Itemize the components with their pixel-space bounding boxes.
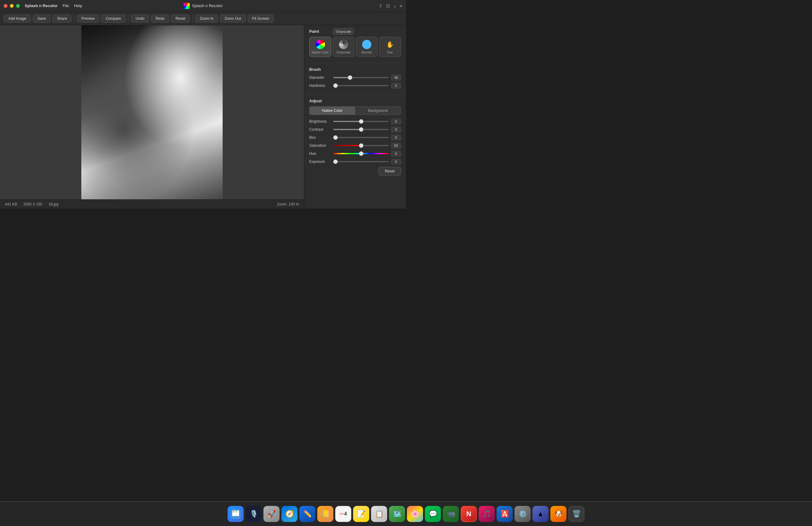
- contrast-thumb[interactable]: [359, 127, 363, 132]
- fit-screen-button[interactable]: Fit Screen: [248, 15, 274, 22]
- zoom-in-button[interactable]: Zoom In: [195, 15, 218, 22]
- zoom-level: Zoom: 100 %: [277, 202, 299, 207]
- background-tab[interactable]: Background: [355, 107, 401, 115]
- blur-slider[interactable]: [333, 137, 389, 138]
- diameter-thumb[interactable]: [348, 75, 352, 80]
- toolbar-separator-2: [128, 15, 128, 22]
- adjust-title: Adjust: [309, 99, 401, 103]
- contrast-slider[interactable]: [333, 129, 389, 130]
- grayscale-label: Grayscale: [336, 51, 350, 54]
- share-button[interactable]: Share: [52, 15, 71, 22]
- diameter-fill: [333, 77, 350, 78]
- grayscale-tooltip: Grayscale: [333, 28, 354, 35]
- brightness-value: 0: [391, 119, 401, 124]
- grayscale-tool[interactable]: Grayscale Grayscale: [332, 37, 354, 57]
- native-color-icon: [315, 40, 325, 49]
- native-color-tool[interactable]: Native Color: [309, 37, 331, 57]
- saturation-slider[interactable]: [333, 145, 389, 146]
- native-color-tab[interactable]: Native Color: [309, 107, 355, 115]
- blur-row: Blur 0: [309, 135, 401, 140]
- window-title-area: Splash n Recolor: [183, 3, 223, 9]
- contrast-fill: [333, 129, 361, 130]
- saturation-fill: [333, 145, 361, 146]
- save-button[interactable]: Save: [33, 15, 50, 22]
- app-menu: Splash n Recolor File Help: [25, 3, 82, 8]
- canvas-image: [81, 25, 223, 199]
- brightness-row: Brightness 0: [309, 119, 401, 124]
- blur-label: Blur: [309, 135, 331, 140]
- hardness-slider[interactable]: [333, 85, 389, 86]
- window-title: Splash n Recolor: [192, 3, 223, 8]
- exposure-row: Exposure 0: [309, 159, 401, 164]
- search-icon[interactable]: ⌕: [394, 3, 396, 8]
- reset-adjust-button[interactable]: Reset: [378, 167, 401, 176]
- filename: 18.jpg: [48, 202, 59, 207]
- contrast-label: Contrast: [309, 127, 331, 132]
- exposure-value: 0: [391, 159, 401, 164]
- hue-thumb[interactable]: [359, 151, 363, 156]
- brightness-slider[interactable]: [333, 121, 389, 122]
- file-size: 441 KB: [5, 202, 17, 207]
- toolbar: Add Image Save Share Preview Compare Und…: [0, 12, 406, 25]
- menu-file[interactable]: File: [62, 3, 69, 8]
- share-icon[interactable]: ⇧: [379, 3, 382, 8]
- diameter-slider[interactable]: [333, 77, 389, 78]
- hardness-label: Hardness: [309, 84, 331, 88]
- redo-button[interactable]: Redo: [151, 15, 169, 22]
- toolbar-separator-1: [74, 15, 74, 22]
- reset-toolbar-button[interactable]: Reset: [171, 15, 190, 22]
- add-image-button[interactable]: Add Image: [4, 15, 31, 22]
- recolor-tool[interactable]: Recolor: [356, 37, 378, 57]
- grayscale-icon: [338, 40, 348, 49]
- blur-value: 0: [391, 135, 401, 140]
- hue-value: 0: [391, 151, 401, 156]
- hardness-row: Hardness 0: [309, 83, 401, 88]
- saturation-row: Saturation 50: [309, 143, 401, 148]
- compare-button[interactable]: Compare: [101, 15, 126, 22]
- preview-button[interactable]: Preview: [77, 15, 99, 22]
- exposure-slider[interactable]: [333, 161, 389, 162]
- diameter-label: Diameter: [309, 75, 331, 80]
- right-panel: Paint Native Color Grayscale Graysc: [304, 25, 406, 209]
- recolor-icon: [362, 40, 372, 49]
- app-icon: [183, 3, 190, 9]
- hardness-value: 0: [391, 83, 401, 88]
- hardness-thumb[interactable]: [333, 84, 338, 88]
- paint-title: Paint: [309, 29, 401, 34]
- brightness-thumb[interactable]: [359, 119, 363, 124]
- toolbar-separator-3: [192, 15, 193, 22]
- menu-help[interactable]: Help: [74, 3, 82, 8]
- contrast-value: 0: [391, 127, 401, 132]
- adjust-section: Adjust Native Color Background Brightnes…: [304, 95, 406, 182]
- brush-section: Brush Diameter 40 Hardness 0: [304, 63, 406, 94]
- hue-slider[interactable]: [333, 153, 389, 154]
- native-color-label: Native Color: [312, 51, 329, 54]
- brightness-fill: [333, 121, 361, 122]
- pan-label: Pan: [387, 51, 393, 54]
- close-button[interactable]: [4, 4, 8, 8]
- display-icon[interactable]: ⊡: [386, 3, 390, 8]
- image-container[interactable]: [81, 25, 223, 199]
- contrast-row: Contrast 0: [309, 127, 401, 132]
- canvas-area[interactable]: [0, 25, 304, 199]
- traffic-lights: [4, 4, 20, 8]
- diameter-value: 40: [391, 75, 401, 80]
- menu-icon[interactable]: ≡: [400, 3, 402, 8]
- pan-icon: ✋: [385, 40, 395, 49]
- brush-title: Brush: [309, 67, 401, 72]
- title-bar: Splash n Recolor File Help Splash n Reco…: [0, 0, 406, 12]
- undo-button[interactable]: Undo: [131, 15, 149, 22]
- canvas-wrapper: 441 KB 2560 X 160 18.jpg Zoom: 100 %: [0, 25, 304, 209]
- exposure-thumb[interactable]: [333, 160, 338, 164]
- zoom-out-button[interactable]: Zoom Out: [220, 15, 246, 22]
- maximize-button[interactable]: [16, 4, 20, 8]
- title-bar-controls: ⇧ ⊡ ⌕ ≡: [379, 3, 402, 8]
- recolor-label: Recolor: [361, 51, 372, 54]
- blur-thumb[interactable]: [333, 135, 338, 140]
- main-content: 441 KB 2560 X 160 18.jpg Zoom: 100 % Pai…: [0, 25, 406, 209]
- pan-tool[interactable]: ✋ Pan: [379, 37, 401, 57]
- adjust-toggle: Native Color Background: [309, 106, 401, 115]
- minimize-button[interactable]: [10, 4, 14, 8]
- exposure-label: Exposure: [309, 160, 331, 164]
- saturation-thumb[interactable]: [359, 144, 363, 148]
